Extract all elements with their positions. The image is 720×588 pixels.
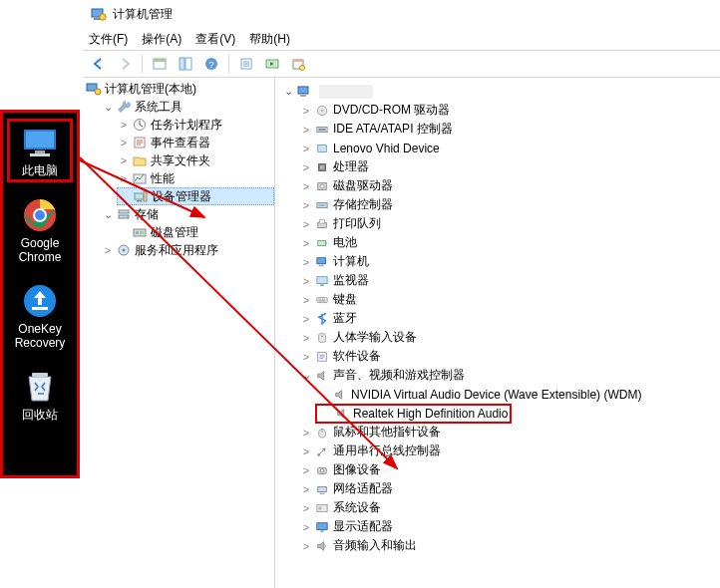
device-sound[interactable]: 声音、视频和游戏控制器 [299, 366, 720, 385]
twisty-icon[interactable] [299, 426, 313, 440]
twisty-icon[interactable] [299, 350, 313, 364]
twisty-icon[interactable] [299, 142, 313, 155]
tree-root[interactable]: 计算机管理(本地) [85, 80, 274, 98]
twisty-icon[interactable] [299, 236, 313, 250]
twisty-icon[interactable] [299, 501, 313, 515]
device-dvd[interactable]: DVD/CD-ROM 驱动器 [299, 101, 720, 120]
twisty-icon[interactable] [281, 85, 295, 99]
device-realtek[interactable]: Realtek High Definition Audio [317, 404, 720, 423]
toolbar-button-5[interactable] [286, 52, 310, 76]
forward-button[interactable] [113, 52, 137, 76]
svg-rect-32 [119, 210, 129, 213]
twisty-icon[interactable] [299, 217, 313, 231]
tree-performance[interactable]: 性能 [117, 169, 274, 187]
twisty-icon[interactable] [117, 171, 131, 185]
twisty-icon[interactable] [299, 179, 313, 193]
tree-system-tools[interactable]: 系统工具 [101, 98, 274, 116]
twisty-icon[interactable] [299, 274, 313, 288]
twisty-icon[interactable] [299, 369, 313, 383]
device-storage_ctrl[interactable]: 存储控制器 [299, 195, 720, 214]
twisty-icon[interactable] [299, 444, 313, 458]
twisty-icon[interactable] [101, 207, 115, 221]
twisty-icon[interactable] [299, 482, 313, 496]
toolbar-button-1[interactable] [148, 52, 172, 76]
device-software[interactable]: 软件设备 [299, 347, 720, 366]
twisty-icon[interactable] [101, 243, 115, 257]
device-nvidia[interactable]: NVIDIA Virtual Audio Device (Wave Extens… [317, 385, 720, 404]
twisty-icon[interactable] [299, 104, 313, 118]
device-usb[interactable]: 通用串行总线控制器 [299, 441, 720, 460]
device-battery[interactable]: 电池 [299, 233, 720, 252]
svg-rect-2 [35, 150, 45, 153]
twisty-icon[interactable] [299, 312, 313, 326]
tree-services[interactable]: 服务和应用程序 [101, 241, 274, 259]
device-disk[interactable]: 磁盘驱动器 [299, 176, 720, 195]
event-icon [132, 135, 148, 150]
twisty-icon[interactable] [299, 331, 313, 345]
toolbar-help-button[interactable]: ? [199, 52, 223, 76]
twisty-icon[interactable] [299, 160, 313, 174]
twisty-icon[interactable] [299, 123, 313, 137]
desktop-icon-recycle[interactable]: 回收站 [10, 370, 70, 422]
twisty-icon[interactable] [299, 255, 313, 269]
back-button[interactable] [87, 52, 111, 76]
computer-icon [296, 84, 312, 100]
device-computer[interactable]: 计算机 [299, 252, 720, 271]
toolbar-button-2[interactable] [174, 52, 197, 76]
window-titlebar[interactable]: 计算机管理 [83, 0, 720, 28]
svg-rect-9 [32, 373, 48, 377]
twisty-icon[interactable] [299, 463, 313, 477]
tree-storage[interactable]: 存储 [101, 205, 274, 223]
twisty-icon[interactable] [299, 198, 313, 212]
shared-folder-icon [132, 152, 148, 168]
desktop-icon-onekey[interactable]: OneKeyRecovery [10, 284, 70, 350]
device-mouse[interactable]: 鼠标和其他指针设备 [299, 423, 720, 441]
devmgr-icon [133, 188, 149, 204]
toolbar-button-4[interactable] [260, 52, 284, 76]
twisty-icon[interactable] [299, 520, 313, 534]
recycle-label: 回收站 [22, 408, 58, 422]
device-tree[interactable]: DVD/CD-ROM 驱动器IDE ATA/ATAPI 控制器Lenovo Vh… [275, 78, 720, 555]
device-imaging[interactable]: 图像设备 [299, 460, 720, 479]
device-monitor[interactable]: 监视器 [299, 271, 720, 290]
toolbar-button-3[interactable] [234, 52, 258, 76]
device-cpu[interactable]: 处理器 [299, 157, 720, 176]
twisty-icon[interactable] [117, 118, 131, 132]
left-tree[interactable]: 计算机管理(本地) 系统工具 任务计划程序 [83, 78, 274, 259]
menu-file[interactable]: 文件(F) [89, 31, 128, 48]
device-hid[interactable]: 人体学输入设备 [299, 328, 720, 347]
menu-help[interactable]: 帮助(H) [249, 31, 290, 48]
device-display[interactable]: 显示适配器 [299, 517, 720, 536]
device-ide[interactable]: IDE ATA/ATAPI 控制器 [299, 120, 720, 139]
device-sysdev[interactable]: 系统设备 [299, 498, 720, 517]
svg-point-25 [95, 89, 101, 95]
device-printq[interactable]: 打印队列 [299, 214, 720, 233]
perf-icon [132, 170, 148, 186]
device-lenovo[interactable]: Lenovo Vhid Device [299, 139, 720, 157]
device-root[interactable] [281, 82, 720, 101]
desktop-icon-chrome[interactable]: GoogleChrome [10, 198, 70, 264]
svg-point-68 [320, 468, 323, 471]
menu-view[interactable]: 查看(V) [195, 31, 235, 48]
twisty-icon[interactable] [299, 293, 313, 307]
tree-device-manager[interactable]: 设备管理器 [117, 187, 274, 205]
svg-rect-45 [319, 129, 326, 131]
svg-rect-31 [144, 191, 147, 201]
twisty-icon[interactable] [117, 153, 131, 167]
tree-disk-management[interactable]: 磁盘管理 [117, 223, 274, 241]
twisty-icon[interactable] [299, 539, 313, 553]
svg-point-34 [127, 216, 128, 217]
device-audio_io[interactable]: 音频输入和输出 [299, 536, 720, 555]
menu-action[interactable]: 操作(A) [142, 31, 181, 48]
twisty-icon[interactable] [117, 136, 131, 149]
device-keyboard[interactable]: 键盘 [299, 290, 720, 309]
device-bluetooth[interactable]: 蓝牙 [299, 309, 720, 328]
device-network[interactable]: 网络适配器 [299, 479, 720, 498]
tree-shared-folders[interactable]: 共享文件夹 [117, 151, 274, 169]
desktop-icon-this-pc[interactable]: 此电脑 [7, 119, 73, 182]
twisty-icon[interactable] [101, 100, 115, 114]
tree-event-viewer[interactable]: 事件查看器 [117, 134, 274, 151]
chrome-label: GoogleChrome [19, 236, 62, 264]
tree-task-scheduler[interactable]: 任务计划程序 [117, 116, 274, 134]
svg-rect-46 [318, 145, 327, 151]
